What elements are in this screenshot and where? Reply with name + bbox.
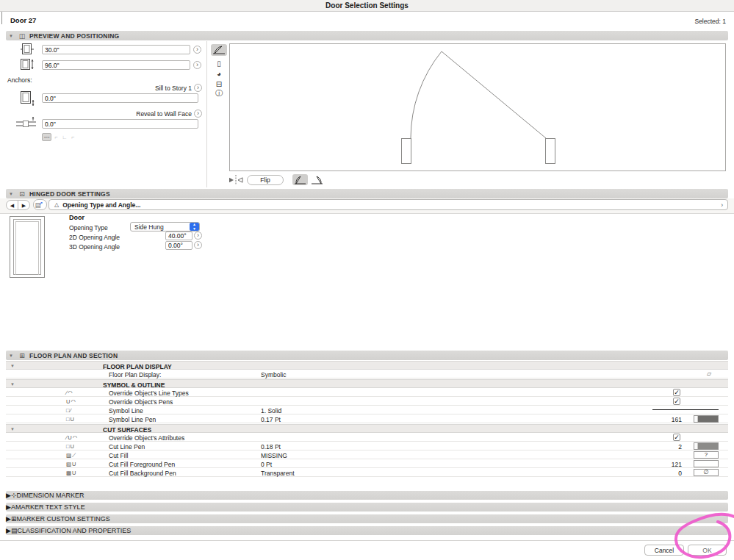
cut-line-pen-icon: □U	[66, 443, 75, 450]
table-subheader-symbol-outline[interactable]: ▼ SYMBOL & OUTLINE	[6, 379, 728, 388]
transfer-arrow-icon: ↗	[39, 201, 43, 206]
sill-height-icon	[18, 90, 36, 107]
page-selector-chevron: ›	[721, 201, 723, 209]
preview-section-icon: ◫	[16, 32, 28, 40]
transfer-settings-button[interactable]: ▤↗	[33, 199, 47, 210]
reveal-anchor-segment[interactable]: ▫◦▫ ⌐ ∟ ⌐	[42, 133, 76, 141]
door-height-icon	[20, 58, 36, 71]
angle-3d-label: 3D Opening Angle	[69, 243, 120, 251]
cut-fill-fg-pen-icon: ▧U	[66, 461, 77, 467]
view-mode-plan[interactable]	[211, 44, 227, 56]
section-dimension-marker[interactable]: ▶ ⊹ DIMENSION MARKER	[6, 491, 728, 500]
section-hinged-door-settings[interactable]: ▼ ⊡ HINGED DOOR SETTINGS	[6, 189, 728, 198]
angle-3d-field[interactable]	[165, 241, 193, 250]
opening-type-select[interactable]: Side Hung ▲▼	[130, 222, 200, 231]
page-back-button[interactable]: ◀	[6, 200, 18, 210]
cut-fill-icon: ▨⟋	[66, 452, 76, 459]
door-group-label: Door	[69, 214, 84, 221]
page-forward-button[interactable]: ▶	[18, 200, 30, 210]
section-classification-properties[interactable]: ▶ ▤ CLASSIFICATION AND PROPERTIES	[6, 526, 728, 535]
disclosure-open-icon[interactable]: ▼	[6, 34, 16, 38]
cut-fill-bg-pen-swatch[interactable]: ∅	[694, 469, 719, 476]
sill-anchor-control[interactable]: Sill to Story 1 ›	[103, 84, 202, 92]
override-line-types-checkbox[interactable]: ✓	[673, 389, 680, 396]
cut-fill-swatch[interactable]: ?	[694, 451, 719, 459]
door-height-field[interactable]	[42, 60, 190, 70]
reveal-field[interactable]	[42, 119, 198, 129]
table-row-cut-line-pen[interactable]: □U Cut Line Pen 0.18 Pt 2	[6, 442, 728, 450]
mirror-icon	[227, 175, 245, 185]
symbol-line-pen-swatch[interactable]	[694, 415, 719, 423]
classification-icon: ▤	[11, 527, 18, 534]
door-plan-drawing	[230, 44, 725, 170]
dimension-marker-icon: ⊹	[11, 492, 17, 499]
ok-button[interactable]: OK	[688, 545, 727, 556]
selected-count: Selected: 1	[694, 18, 726, 25]
front-view-icon[interactable]: ▯	[212, 59, 226, 68]
door-thumbnail[interactable]	[10, 216, 45, 278]
door-preview-canvas[interactable]	[229, 43, 726, 171]
cancel-button[interactable]: Cancel	[644, 545, 684, 556]
table-row-cut-fill-background-pen[interactable]: ▩U Cut Fill Background Pen Transparent 0…	[6, 468, 728, 477]
door-width-icon	[20, 43, 35, 56]
flip-button[interactable]: Flip	[247, 175, 284, 185]
disclosure-open-icon[interactable]: ▼	[6, 192, 16, 196]
section-marker-custom-settings[interactable]: ▶ ⊞ MARKER CUSTOM SETTINGS	[6, 514, 728, 523]
angle-2d-chevron[interactable]: ›	[194, 231, 202, 240]
info-icon[interactable]: ⓘ	[212, 88, 226, 98]
reveal-to-wall-icon	[15, 116, 37, 131]
height-options-chevron[interactable]: ›	[193, 61, 201, 69]
symbol-line-pen-icon: □U	[66, 416, 75, 423]
line-type-sample[interactable]	[652, 409, 719, 410]
width-options-chevron[interactable]: ›	[193, 46, 201, 54]
opening-angle-icon: △	[54, 201, 59, 208]
cut-fill-fg-pen-swatch[interactable]	[694, 460, 719, 467]
table-row-symbol-line-pen[interactable]: □U Symbol Line Pen 0.17 Pt 161	[6, 414, 728, 423]
override-attributes-checkbox[interactable]: ✓	[673, 434, 680, 441]
cut-fill-bg-pen-icon: ▩U	[66, 470, 77, 476]
plan-view-icon	[211, 44, 227, 56]
table-row-symbol-line[interactable]: □∕ Symbol Line 1. Solid	[6, 406, 728, 414]
sill-anchor-chevron[interactable]: ›	[194, 84, 202, 92]
door-selection-settings-dialog: Door Selection Settings Door 27 Selected…	[0, 0, 734, 560]
override-pens-checkbox[interactable]: ✓	[673, 398, 680, 405]
table-row-override-pens[interactable]: U◠ Override Object's Pens ✓	[6, 397, 728, 406]
angle-2d-label: 2D Opening Angle	[69, 234, 120, 241]
reveal-anchor-chevron[interactable]: ›	[194, 110, 202, 118]
table-row-floor-plan-display[interactable]: Floor Plan Display: Symbolic ▱	[6, 370, 728, 378]
table-row-cut-fill[interactable]: ▨⟋ Cut Fill MISSING ?	[6, 450, 728, 459]
sill-height-field[interactable]	[42, 93, 198, 103]
hinged-section-icon: ⊡	[16, 190, 28, 198]
swing-toggle-left[interactable]	[292, 174, 308, 185]
axonometry-icon[interactable]: ▱	[707, 370, 711, 377]
section-preview-positioning[interactable]: ▼ ◫ PREVIEW AND POSITIONING	[6, 31, 728, 40]
angle-2d-field[interactable]	[165, 231, 193, 240]
attributes-override-icon: ∕U◠	[66, 434, 78, 441]
pen-override-icon: U◠	[66, 398, 76, 405]
reveal-anchor-control[interactable]: Reveal to Wall Face ›	[96, 110, 202, 118]
window-edge-mark	[1, 12, 2, 24]
disclosure-open-icon[interactable]: ▼	[6, 353, 16, 358]
footer-divider	[0, 540, 734, 541]
cut-line-pen-swatch[interactable]	[694, 442, 719, 450]
page-selector-bar[interactable]: △ Opening Type and Angle... ›	[48, 199, 728, 210]
table-row-override-line-types[interactable]: ∕◠ Override Object's Line Types ✓	[6, 388, 728, 397]
symbol-line-icon: □∕	[66, 407, 72, 414]
anchors-label: Anchors:	[7, 76, 32, 84]
table-row-override-attributes[interactable]: ∕U◠ Override Object's Attributes ✓	[6, 433, 728, 442]
door-width-field[interactable]	[42, 45, 190, 54]
opening-type-label: Opening Type	[69, 224, 108, 231]
angle-3d-chevron[interactable]: ›	[194, 241, 202, 249]
floor-plan-section-icon: ⊞	[16, 352, 28, 359]
selected-item-name: Door 27	[10, 16, 36, 24]
three-d-view-icon[interactable]: ◕	[212, 69, 226, 79]
section-marker-text-style[interactable]: ▶ A MARKER TEXT STYLE	[6, 503, 728, 511]
select-stepper-icon: ▲▼	[190, 223, 199, 231]
divider	[206, 41, 207, 187]
swing-toggle-right[interactable]	[309, 174, 325, 185]
marker-custom-settings-icon: ⊞	[11, 515, 17, 523]
table-subheader-cut-surfaces[interactable]: ▼ CUT SURFACES	[6, 424, 728, 433]
section-floor-plan-and-section[interactable]: ▼ ⊞ FLOOR PLAN AND SECTION	[6, 351, 728, 360]
table-subheader-floor-plan-display[interactable]: ▼ FLOOR PLAN DISPLAY	[6, 361, 728, 370]
table-row-cut-fill-foreground-pen[interactable]: ▧U Cut Fill Foreground Pen 0 Pt 121	[6, 459, 728, 468]
